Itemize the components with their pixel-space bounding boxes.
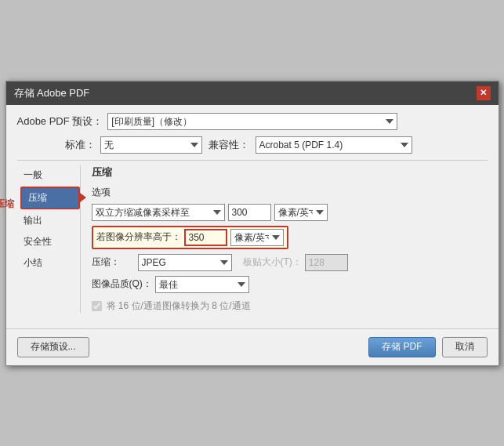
divider bbox=[17, 160, 488, 161]
quality-row: 图像品质(Q)： 最佳 bbox=[92, 276, 488, 293]
dialog-title: 存储 Adobe PDF bbox=[14, 86, 90, 100]
resolution-input[interactable] bbox=[184, 229, 227, 246]
downsample-unit-select[interactable]: 像素/英寸 bbox=[274, 204, 328, 221]
standard-compat-row: 标准： 无 兼容性： Acrobat 5 (PDF 1.4) bbox=[17, 136, 488, 154]
downsample-row: 双立方缩减像素采样至 像素/英寸 bbox=[92, 204, 488, 221]
resolution-label: 若图像分辨率高于： bbox=[96, 230, 181, 244]
sub-section-options: 选项 bbox=[92, 186, 488, 199]
main-content: 一般 1.选择压缩 压缩 输出 安全性 小结 压缩 选项 bbox=[17, 165, 488, 313]
compress-row: 压缩： JPEG 板贴大小(T)： bbox=[92, 254, 488, 271]
preset-save-button[interactable]: 存储预设... bbox=[17, 337, 89, 357]
sidebar-label-general: 一般 bbox=[24, 169, 42, 180]
sidebar-item-security[interactable]: 安全性 bbox=[17, 232, 80, 252]
cancel-button[interactable]: 取消 bbox=[442, 337, 488, 357]
sidebar-item-summary[interactable]: 小结 bbox=[17, 253, 80, 273]
save-pdf-button[interactable]: 存储 PDF bbox=[368, 337, 435, 357]
section-title-compress: 压缩 bbox=[92, 165, 488, 179]
checkbox-label: 将 16 位/通道图像转换为 8 位/通道 bbox=[107, 299, 251, 313]
standard-label: 标准： bbox=[17, 138, 96, 152]
footer: 存储预设... 存储 PDF 取消 bbox=[6, 328, 499, 365]
bitdepth-checkbox[interactable] bbox=[92, 301, 102, 311]
sidebar-label-security: 安全性 bbox=[24, 236, 52, 247]
close-button[interactable]: ✕ bbox=[477, 86, 491, 100]
sidebar-label-compress: 压缩 bbox=[28, 192, 47, 203]
dialog: 存储 Adobe PDF ✕ Adobe PDF 预设： [印刷质量]（修改） … bbox=[5, 81, 499, 366]
tile-label: 板贴大小(T)： bbox=[243, 256, 302, 269]
checkbox-row: 将 16 位/通道图像转换为 8 位/通道 bbox=[92, 299, 488, 313]
preset-label: Adobe PDF 预设： bbox=[17, 114, 103, 129]
sidebar-item-general[interactable]: 一般 bbox=[17, 165, 80, 185]
sidebar-item-output[interactable]: 输出 bbox=[17, 211, 80, 230]
quality-label: 图像品质(Q)： bbox=[92, 277, 152, 291]
resolution-highlight: 若图像分辨率高于： 像素/英寸 bbox=[92, 226, 288, 249]
downsample-input[interactable] bbox=[228, 204, 271, 221]
preset-select[interactable]: [印刷质量]（修改） bbox=[107, 113, 397, 130]
standard-select[interactable]: 无 bbox=[100, 136, 202, 154]
sidebar-item-compress[interactable]: 1.选择压缩 压缩 bbox=[20, 187, 80, 209]
preset-row: Adobe PDF 预设： [印刷质量]（修改） bbox=[17, 113, 488, 130]
compat-label: 兼容性： bbox=[208, 138, 249, 152]
downsample-select[interactable]: 双立方缩减像素采样至 bbox=[92, 204, 225, 221]
title-bar: 存储 Adobe PDF ✕ bbox=[6, 82, 499, 105]
compress-select[interactable]: JPEG bbox=[138, 254, 232, 271]
annotation-1: 1.选择压缩 bbox=[0, 198, 14, 211]
quality-select[interactable]: 最佳 bbox=[155, 276, 249, 293]
right-panel: 压缩 选项 双立方缩减像素采样至 像素/英寸 若图像分辨率高于： bbox=[80, 165, 488, 313]
tile-input bbox=[305, 254, 348, 271]
resolution-row: 若图像分辨率高于： 像素/英寸 2.更改分辨率为350 bbox=[92, 226, 488, 249]
compress-label: 压缩： bbox=[92, 256, 135, 269]
sidebar-label-output: 输出 bbox=[24, 215, 42, 226]
compat-select[interactable]: Acrobat 5 (PDF 1.4) bbox=[256, 136, 412, 154]
resolution-unit-select[interactable]: 像素/英寸 bbox=[230, 229, 284, 246]
sidebar-label-summary: 小结 bbox=[24, 257, 42, 268]
dialog-body: Adobe PDF 预设： [印刷质量]（修改） 标准： 无 兼容性： Acro… bbox=[6, 105, 499, 321]
sidebar: 一般 1.选择压缩 压缩 输出 安全性 小结 bbox=[17, 165, 80, 313]
